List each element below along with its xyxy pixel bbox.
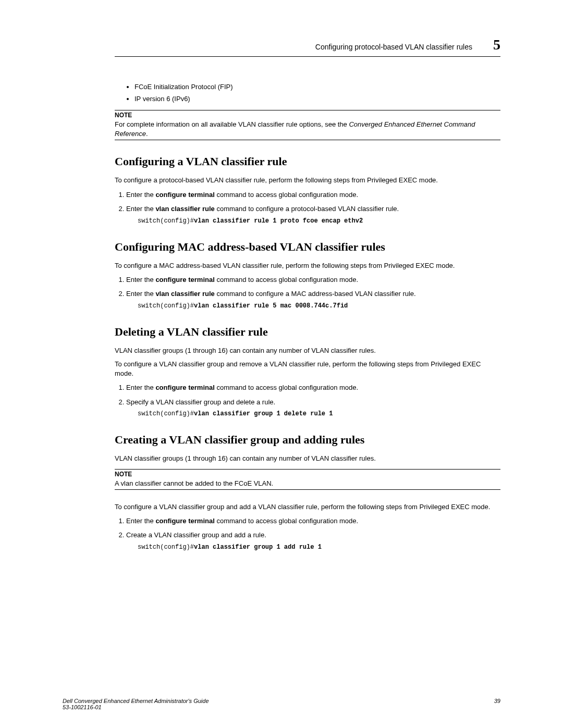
steps-list: Enter the configure terminal command to … bbox=[115, 382, 500, 418]
code-sample: switch(config)#vlan classifier rule 5 ma… bbox=[138, 301, 500, 311]
code-sample: switch(config)#vlan classifier group 1 d… bbox=[138, 409, 500, 418]
step-item: Specify a VLAN classifier group and dele… bbox=[126, 397, 500, 419]
chapter-number: 5 bbox=[493, 36, 500, 53]
page-number: 39 bbox=[494, 698, 500, 710]
note-label: NOTE bbox=[115, 471, 500, 478]
note-block: NOTE A vlan classifier cannot be added t… bbox=[115, 469, 500, 490]
section-intro: To configure a protocol-based VLAN class… bbox=[115, 176, 500, 185]
steps-list: Enter the configure terminal command to … bbox=[115, 190, 500, 226]
footer-guide-title: Dell Converged Enhanced Ethernet Adminis… bbox=[63, 698, 209, 704]
step-item: Enter the configure terminal command to … bbox=[126, 516, 500, 526]
code-sample: switch(config)#vlan classifier rule 1 pr… bbox=[138, 216, 500, 226]
bullet-item: IP version 6 (IPv6) bbox=[134, 95, 500, 103]
page-footer: Dell Converged Enhanced Ethernet Adminis… bbox=[63, 698, 500, 710]
section-intro: To configure a MAC address-based VLAN cl… bbox=[115, 261, 500, 270]
note-text: A vlan classifier cannot be added to the… bbox=[115, 479, 500, 488]
section-heading-mac-rules: Configuring MAC address-based VLAN class… bbox=[115, 240, 500, 254]
section-para: VLAN classifier groups (1 through 16) ca… bbox=[115, 454, 500, 463]
step-item: Enter the configure terminal command to … bbox=[126, 190, 500, 200]
note-label: NOTE bbox=[115, 112, 500, 119]
step-item: Enter the configure terminal command to … bbox=[126, 275, 500, 285]
steps-list: Enter the configure terminal command to … bbox=[115, 275, 500, 311]
step-item: Create a VLAN classifier group and add a… bbox=[126, 530, 500, 552]
step-item: Enter the vlan classifier rule command t… bbox=[126, 289, 500, 311]
section-para: VLAN classifier groups (1 through 16) ca… bbox=[115, 346, 500, 355]
section-heading-delete-rule: Deleting a VLAN classifier rule bbox=[115, 325, 500, 339]
section-para: To configure a VLAN classifier group and… bbox=[115, 502, 500, 512]
section-heading-create-group: Creating a VLAN classifier group and add… bbox=[115, 433, 500, 447]
step-item: Enter the configure terminal command to … bbox=[126, 382, 500, 393]
step-item: Enter the vlan classifier rule command t… bbox=[126, 204, 500, 226]
page: Configuring protocol-based VLAN classifi… bbox=[0, 0, 563, 728]
header-title: Configuring protocol-based VLAN classifi… bbox=[315, 43, 472, 51]
section-heading-configure-rule: Configuring a VLAN classifier rule bbox=[115, 155, 500, 168]
intro-bullet-list: FCoE Initialization Protocol (FIP) IP ve… bbox=[115, 83, 500, 103]
footer-doc-number: 53-1002116-01 bbox=[63, 704, 209, 710]
section-para: To configure a VLAN classifier group and… bbox=[115, 360, 500, 378]
note-block: NOTE For complete information on all ava… bbox=[115, 110, 500, 140]
code-sample: switch(config)#vlan classifier group 1 a… bbox=[138, 542, 500, 552]
bullet-item: FCoE Initialization Protocol (FIP) bbox=[134, 83, 500, 91]
steps-list: Enter the configure terminal command to … bbox=[115, 516, 500, 552]
note-text: For complete information on all availabl… bbox=[115, 120, 500, 139]
page-header: Configuring protocol-based VLAN classifi… bbox=[115, 36, 500, 57]
